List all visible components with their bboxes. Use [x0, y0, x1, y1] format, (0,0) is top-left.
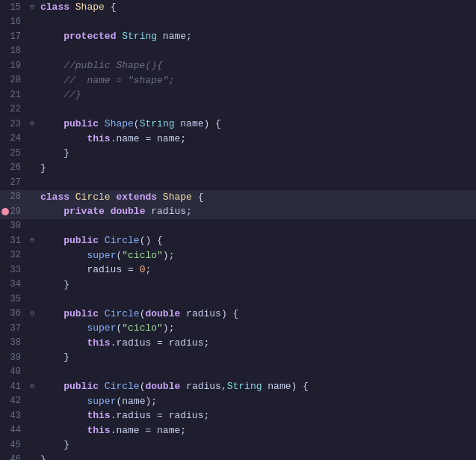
token: .name = name;	[111, 133, 186, 144]
token	[99, 235, 105, 246]
token: (name);	[116, 396, 157, 407]
line-number: 44	[0, 423, 27, 437]
line-content: this.name = name;	[37, 423, 476, 438]
line-content: super(name);	[37, 394, 476, 409]
token: class	[40, 1, 75, 13]
code-line: 36⊖ public Circle(double radius) {	[0, 307, 476, 322]
line-content: public Circle() {	[37, 233, 476, 248]
token	[105, 206, 111, 217]
token: Shape	[75, 1, 105, 13]
token: radius;	[145, 206, 191, 217]
line-content: this.radius = radius;	[37, 336, 476, 351]
token: double	[145, 381, 180, 392]
line-number: 19	[0, 59, 27, 73]
token: );	[163, 250, 175, 261]
token: "ciclo"	[122, 250, 163, 261]
token: private	[64, 206, 105, 217]
token: super	[87, 396, 116, 407]
token: this	[87, 337, 110, 349]
line-number: 21	[0, 88, 27, 102]
line-content: radius = 0;	[37, 263, 476, 277]
code-line: 28class Circle extends Shape {	[0, 190, 476, 205]
token: name) {	[174, 118, 220, 129]
code-line: 17 protected String name;	[0, 29, 476, 44]
token	[40, 410, 87, 421]
token: //public Shape(){	[40, 60, 163, 71]
line-number: 17	[0, 30, 27, 43]
token	[40, 118, 64, 129]
fold-icon[interactable]: ⊖	[27, 381, 37, 392]
line-content: public Circle(double radius,String name)…	[37, 379, 476, 394]
line-number: 45	[0, 438, 27, 452]
line-content: //public Shape(){	[37, 58, 476, 73]
token	[99, 118, 105, 129]
line-number: 38	[0, 336, 27, 349]
code-line: 27	[0, 175, 476, 190]
token: }	[40, 162, 46, 174]
line-content: public Shape(String name) {	[37, 117, 476, 132]
token	[40, 396, 87, 407]
fold-icon[interactable]: ⊖	[27, 118, 37, 129]
code-line: 26}	[0, 161, 476, 176]
token	[40, 381, 64, 392]
code-line: 20 // name = "shape";	[0, 73, 476, 88]
token	[157, 191, 163, 203]
code-line: 43 this.radius = radius;	[0, 408, 476, 423]
token: .radius = radius;	[111, 337, 210, 349]
token: protected	[64, 31, 116, 42]
code-line: 18	[0, 44, 476, 59]
line-content: private double radius;	[37, 204, 476, 219]
code-line: 37 super("ciclo");	[0, 321, 476, 336]
line-content: super("ciclo");	[37, 321, 476, 336]
line-number: 34	[0, 277, 27, 291]
token: }	[40, 352, 69, 363]
token: {	[105, 1, 117, 13]
token: class	[40, 191, 75, 203]
token	[40, 337, 87, 349]
code-line: 33 radius = 0;	[0, 263, 476, 277]
fold-icon[interactable]: ⊖	[27, 1, 37, 13]
token: }	[40, 439, 69, 450]
token	[99, 308, 105, 319]
token: .radius = radius;	[111, 410, 210, 421]
token: Circle	[75, 191, 111, 203]
token: //}	[40, 89, 81, 100]
code-line: 35	[0, 292, 476, 307]
line-number: 23	[0, 117, 27, 131]
line-number: 46	[0, 453, 27, 460]
line-content: public Circle(double radius) {	[37, 307, 476, 322]
token: String	[227, 381, 262, 392]
line-number: 28	[0, 190, 27, 203]
token: Circle	[105, 308, 140, 319]
code-line: 29 private double radius;	[0, 204, 476, 219]
line-number: 31	[0, 234, 27, 248]
token: public	[64, 235, 99, 246]
token: (	[134, 118, 140, 129]
code-line: 19 //public Shape(){	[0, 58, 476, 73]
token: double	[145, 308, 180, 319]
code-line: 39 }	[0, 350, 476, 365]
line-number: 26	[0, 161, 27, 174]
line-number: 42	[0, 394, 27, 408]
code-line: 21 //}	[0, 88, 476, 102]
line-number: 16	[0, 15, 27, 28]
line-content: this.radius = radius;	[37, 408, 476, 423]
token: super	[87, 322, 116, 334]
token: // name = "shape";	[40, 75, 174, 86]
token: this	[87, 425, 110, 436]
token: );	[163, 322, 175, 334]
token: Circle	[105, 381, 140, 392]
code-line: 22	[0, 102, 476, 117]
line-content: class Shape {	[37, 0, 476, 15]
fold-icon[interactable]: ⊖	[27, 308, 37, 319]
line-number: 41	[0, 380, 27, 393]
line-content: class Circle extends Shape {	[37, 190, 476, 205]
line-number: 29	[0, 205, 27, 218]
token: radius) {	[180, 308, 238, 319]
token: Circle	[105, 235, 140, 246]
line-number: 35	[0, 292, 27, 306]
code-line: 38 this.radius = radius;	[0, 336, 476, 351]
code-line: 40	[0, 365, 476, 380]
line-content: protected String name;	[37, 29, 476, 44]
fold-icon[interactable]: ⊖	[27, 235, 37, 246]
